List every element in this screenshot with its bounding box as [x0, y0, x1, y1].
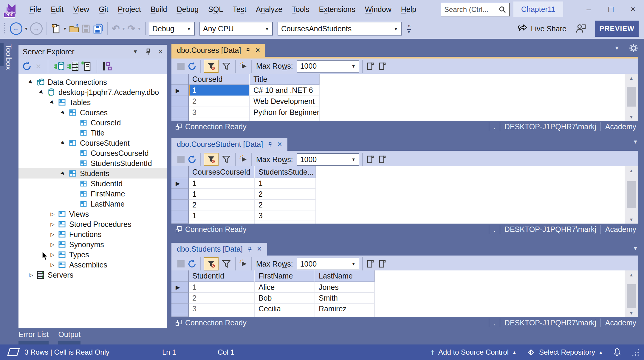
- connect-to-server-icon[interactable]: [67, 61, 79, 72]
- max-rows-combobox[interactable]: 1000▼: [297, 258, 359, 270]
- grid-cell[interactable]: Jones: [315, 282, 375, 293]
- scrollbar-thumb[interactable]: [627, 284, 636, 308]
- select-all-cell[interactable]: [171, 270, 189, 282]
- collapsed-arrow-icon[interactable]: ▷: [48, 252, 57, 258]
- document-list-chevron-icon[interactable]: ▼: [633, 245, 638, 252]
- tab-dbo-courses-data[interactable]: dbo.Courses [Data] ×: [171, 44, 265, 57]
- refresh-icon[interactable]: [187, 61, 197, 71]
- expanded-arrow-icon[interactable]: ▶: [26, 77, 36, 87]
- save-icon[interactable]: [81, 22, 91, 35]
- tree-item-courseid[interactable]: CourseId: [18, 118, 167, 128]
- tree-item-tables[interactable]: ▶Tables: [18, 97, 167, 107]
- stop-icon[interactable]: [177, 156, 185, 163]
- menu-tools[interactable]: Tools: [287, 0, 314, 19]
- redo-icon[interactable]: ↷: [127, 22, 135, 35]
- tree-item-studentsstudentid[interactable]: StudentsStudentId: [18, 158, 167, 168]
- expanded-arrow-icon[interactable]: ▶: [47, 97, 58, 107]
- column-header-title[interactable]: Title: [250, 74, 320, 85]
- feedback-user-icon[interactable]: [575, 24, 586, 34]
- navigate-back-icon[interactable]: ←: [10, 22, 22, 35]
- tree-item-firstname[interactable]: FirstName: [18, 189, 167, 199]
- resize-grip[interactable]: [631, 348, 639, 356]
- row-selector[interactable]: ▶: [171, 85, 189, 96]
- pin-icon[interactable]: [247, 247, 252, 252]
- vertical-scrollbar[interactable]: ▲ ▼: [625, 270, 638, 317]
- grid-cell[interactable]: 3: [189, 304, 255, 314]
- filter-icon[interactable]: [222, 62, 230, 70]
- add-connection-icon[interactable]: [80, 61, 92, 72]
- row-selector[interactable]: ▶: [171, 282, 189, 293]
- new-file-dropdown-icon[interactable]: ▼: [63, 26, 67, 31]
- row-selector[interactable]: [171, 189, 189, 200]
- tab-dbo-coursestudent-data[interactable]: dbo.CourseStudent [Data] ×: [171, 138, 287, 151]
- menu-extensions[interactable]: Extensions: [314, 0, 360, 19]
- undo-dropdown-icon[interactable]: ▼: [122, 26, 126, 31]
- open-file-icon[interactable]: [69, 22, 80, 35]
- vertical-scrollbar[interactable]: ▲ ▼: [625, 166, 638, 224]
- script-pane-split-icon[interactable]: [378, 155, 387, 164]
- scrollbar-thumb[interactable]: [627, 181, 636, 208]
- expanded-arrow-icon[interactable]: ▶: [58, 168, 68, 179]
- grid-cell[interactable]: 3: [255, 210, 316, 221]
- grid-cell[interactable]: 2: [189, 200, 255, 210]
- script-pane-icon[interactable]: [366, 259, 375, 268]
- close-icon[interactable]: ×: [158, 47, 163, 56]
- configuration-combobox[interactable]: Debug▼: [149, 22, 195, 36]
- live-share-button[interactable]: Live Share: [518, 24, 566, 33]
- grid-cell[interactable]: Alice: [255, 282, 315, 293]
- minimize-icon[interactable]: –: [578, 0, 600, 19]
- grid-cell[interactable]: 1: [189, 210, 255, 221]
- tree-item-servers[interactable]: ▷Servers: [18, 270, 167, 280]
- tree-item-desktop-j1pqhr7-academy-dbo[interactable]: ▶desktop-j1pqhr7.Academy.dbo: [18, 87, 167, 97]
- run-script-icon[interactable]: [239, 155, 248, 164]
- grid-cell[interactable]: C# 10 and .NET 6: [250, 85, 320, 96]
- close-icon[interactable]: ×: [257, 245, 262, 253]
- pin-icon[interactable]: [246, 48, 250, 53]
- menu-debug[interactable]: Debug: [172, 0, 204, 19]
- grid-cell[interactable]: Bob: [255, 293, 315, 304]
- grid-cell[interactable]: 2: [189, 96, 250, 107]
- grid-cell[interactable]: Smith: [315, 293, 375, 304]
- tree-item-views[interactable]: ▷Views: [18, 209, 167, 219]
- row-selector[interactable]: ▶: [171, 178, 189, 189]
- tree-item-lastname[interactable]: LastName: [18, 199, 167, 209]
- navigate-forward-icon[interactable]: →: [30, 22, 43, 35]
- menu-analyze[interactable]: Analyze: [251, 0, 287, 19]
- document-list-chevron-icon[interactable]: ▼: [614, 45, 620, 51]
- refresh-icon[interactable]: [187, 154, 197, 164]
- grid-cell[interactable]: Python for Beginners: [250, 107, 320, 118]
- grid-cell[interactable]: 2: [255, 200, 316, 210]
- window-position-chevron-icon[interactable]: ▼: [133, 49, 138, 55]
- vertical-scrollbar[interactable]: ▲ ▼: [625, 74, 638, 121]
- row-selector[interactable]: [171, 304, 189, 314]
- row-selector[interactable]: [171, 200, 189, 210]
- menu-window[interactable]: Window: [360, 0, 396, 19]
- navigate-back-dropdown-icon[interactable]: ▼: [24, 26, 28, 31]
- menu-edit[interactable]: Edit: [46, 0, 68, 19]
- tree-item-synonyms[interactable]: ▷Synonyms: [18, 239, 167, 250]
- tree-item-stored-procedures[interactable]: ▷Stored Procedures: [18, 219, 167, 229]
- pin-icon[interactable]: [145, 48, 151, 55]
- grid-cell[interactable]: Web Development: [250, 96, 320, 107]
- refresh-icon[interactable]: [21, 61, 32, 72]
- tree-item-functions[interactable]: ▷Functions: [18, 229, 167, 239]
- new-file-icon[interactable]: [51, 22, 61, 35]
- select-repository-button[interactable]: Select Repository ▲: [527, 348, 603, 357]
- collapsed-arrow-icon[interactable]: ▷: [48, 231, 57, 238]
- platform-combobox[interactable]: Any CPU▼: [199, 22, 273, 36]
- column-header-studentsstude[interactable]: StudentsStude...: [255, 166, 316, 178]
- select-all-cell[interactable]: [171, 166, 189, 178]
- menu-git[interactable]: Git: [94, 0, 113, 19]
- collapsed-arrow-icon[interactable]: ▷: [48, 211, 57, 217]
- scrollbar-thumb[interactable]: [627, 87, 636, 107]
- document-list-chevron-icon[interactable]: ▼: [633, 139, 638, 145]
- row-selector[interactable]: [171, 107, 189, 118]
- grid-cell[interactable]: 1: [189, 85, 250, 96]
- filter-icon[interactable]: [222, 260, 230, 268]
- expanded-arrow-icon[interactable]: ▶: [36, 87, 47, 97]
- collapsed-arrow-icon[interactable]: ▷: [26, 272, 36, 278]
- script-pane-split-icon[interactable]: [378, 62, 387, 71]
- menu-file[interactable]: File: [24, 0, 46, 19]
- menu-test[interactable]: Test: [228, 0, 251, 19]
- connect-to-database-icon[interactable]: [53, 61, 65, 72]
